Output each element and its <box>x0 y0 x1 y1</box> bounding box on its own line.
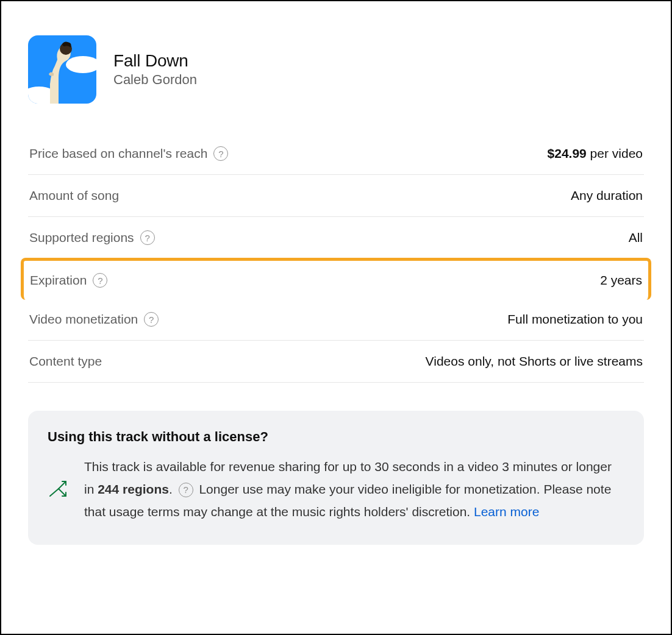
regions-label-group: Supported regions ? <box>29 230 155 245</box>
price-suffix: per video <box>587 146 643 160</box>
amount-value: Any duration <box>571 188 643 203</box>
content-value: Videos only, not Shorts or live streams <box>426 354 643 369</box>
track-title: Fall Down <box>113 51 197 71</box>
expiration-label-group: Expiration ? <box>30 273 107 288</box>
info-body: This track is available for revenue shar… <box>48 456 624 523</box>
price-label: Price based on channel's reach <box>29 146 207 161</box>
track-header: Fall Down Caleb Gordon <box>28 35 644 104</box>
license-details: Price based on channel's reach ? $24.99 … <box>28 133 644 383</box>
info-text: This track is available for revenue shar… <box>84 456 624 523</box>
content-label: Content type <box>29 354 102 369</box>
help-icon[interactable]: ? <box>213 146 228 161</box>
help-icon[interactable]: ? <box>144 312 159 327</box>
monetization-label: Video monetization <box>29 312 138 327</box>
regions-value: All <box>629 230 643 245</box>
split-arrow-icon <box>48 478 70 500</box>
info-text-2: . <box>169 482 176 496</box>
artist-name: Caleb Gordon <box>113 72 197 88</box>
price-value: $24.99 per video <box>548 146 643 161</box>
row-regions: Supported regions ? All <box>28 217 644 259</box>
info-title: Using this track without a license? <box>48 429 624 445</box>
info-regions-bold: 244 regions <box>98 482 169 496</box>
expiration-label: Expiration <box>30 273 87 288</box>
row-content-type: Content type Videos only, not Shorts or … <box>28 341 644 383</box>
help-icon[interactable]: ? <box>140 230 155 245</box>
help-icon[interactable]: ? <box>93 273 107 288</box>
row-expiration-highlighted: Expiration ? 2 years <box>21 258 651 300</box>
monetization-label-group: Video monetization ? <box>29 312 159 327</box>
price-amount: $24.99 <box>548 146 587 160</box>
monetization-value: Full monetization to you <box>507 312 643 327</box>
title-block: Fall Down Caleb Gordon <box>113 51 197 88</box>
learn-more-link[interactable]: Learn more <box>474 505 539 519</box>
album-art <box>28 35 96 104</box>
row-amount: Amount of song Any duration <box>28 175 644 217</box>
expiration-value: 2 years <box>600 273 642 288</box>
info-box: Using this track without a license? This… <box>28 411 644 545</box>
regions-label: Supported regions <box>29 230 134 245</box>
row-monetization: Video monetization ? Full monetization t… <box>28 299 644 341</box>
amount-label: Amount of song <box>29 188 119 203</box>
row-price: Price based on channel's reach ? $24.99 … <box>28 133 644 175</box>
help-icon[interactable]: ? <box>179 483 193 497</box>
price-label-group: Price based on channel's reach ? <box>29 146 228 161</box>
